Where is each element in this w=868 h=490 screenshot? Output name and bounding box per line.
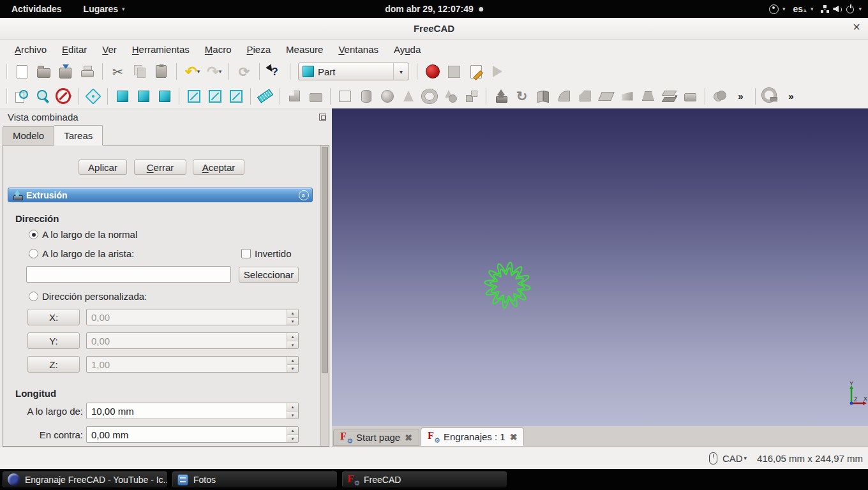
- ok-button[interactable]: Aceptar: [193, 160, 244, 175]
- toolbar-overflow-measure-button[interactable]: »: [781, 86, 801, 106]
- document-tab[interactable]: F⚙Start page✖: [333, 429, 419, 446]
- along-spin-down-button[interactable]: ▾: [287, 412, 298, 419]
- z-axis-button[interactable]: Z:: [27, 356, 80, 373]
- against-spin-up-button[interactable]: ▴: [287, 427, 298, 435]
- menu-ver[interactable]: Ver: [95, 41, 124, 57]
- workbench-selector[interactable]: Part ▾: [298, 63, 409, 80]
- part-sphere-button[interactable]: [377, 86, 397, 106]
- y-axis-button[interactable]: Y:: [27, 332, 80, 349]
- zoom-box-button[interactable]: [33, 86, 52, 106]
- custom-direction-radio[interactable]: [29, 292, 38, 301]
- menu-archivo[interactable]: Archivo: [8, 41, 54, 57]
- run-macro-button[interactable]: [488, 62, 507, 82]
- record-macro-button[interactable]: [423, 62, 442, 82]
- y-spinbox[interactable]: ▴▾: [86, 332, 299, 349]
- collapse-section-icon[interactable]: «: [299, 190, 309, 200]
- y-spin-up-button[interactable]: ▴: [287, 333, 298, 341]
- part-offset-button[interactable]: ▾: [659, 86, 679, 106]
- copy-button[interactable]: [130, 62, 149, 82]
- edge-input[interactable]: [26, 266, 231, 283]
- scrollbar-thumb[interactable]: [322, 147, 328, 373]
- along-normal-radio[interactable]: [29, 230, 38, 239]
- menu-pieza[interactable]: Pieza: [240, 41, 278, 57]
- menu-macro[interactable]: Macro: [198, 41, 239, 57]
- along-length-input[interactable]: [87, 403, 287, 419]
- view-rear-button[interactable]: [184, 86, 204, 106]
- x-axis-button[interactable]: X:: [27, 309, 80, 325]
- view-bottom-button[interactable]: [205, 86, 225, 106]
- x-spin-up-button[interactable]: ▴: [287, 309, 298, 318]
- close-button[interactable]: Cerrar: [134, 160, 186, 175]
- toolbar-grip[interactable]: [6, 64, 8, 79]
- group-button[interactable]: [306, 86, 326, 106]
- keyboard-layout-menu[interactable]: es₁▾: [793, 4, 814, 14]
- menu-editar[interactable]: Editar: [55, 41, 94, 57]
- along-spin-up-button[interactable]: ▴: [287, 403, 298, 412]
- whats-this-button[interactable]: ?: [265, 62, 285, 82]
- activities-button[interactable]: Actividades: [11, 4, 62, 14]
- extrusion-section-header[interactable]: Extrusión «: [8, 188, 313, 202]
- part-thickness-button[interactable]: [680, 86, 700, 106]
- view-top-button[interactable]: [133, 86, 153, 106]
- view-front-button[interactable]: [112, 86, 132, 106]
- shape-builder-button[interactable]: [461, 86, 481, 106]
- menu-measure[interactable]: Measure: [279, 41, 330, 57]
- fit-all-button[interactable]: [11, 86, 31, 106]
- view-left-button[interactable]: [226, 86, 246, 106]
- cut-button[interactable]: ✂: [108, 62, 128, 82]
- taskbar-window-photos[interactable]: Fotos: [172, 471, 338, 488]
- toolbar-overflow-part-button[interactable]: »: [731, 86, 751, 106]
- places-menu[interactable]: Lugares▾: [84, 4, 125, 14]
- part-torus-button[interactable]: [419, 86, 439, 106]
- redo-button[interactable]: ↷▾: [204, 62, 223, 82]
- part-revolve-button[interactable]: ↻: [512, 86, 532, 106]
- part-document-button[interactable]: [285, 86, 304, 106]
- inverted-checkbox[interactable]: [241, 249, 251, 258]
- close-tab-icon[interactable]: ✖: [510, 432, 518, 442]
- measure-linear-button[interactable]: [255, 86, 275, 106]
- part-fillet-button[interactable]: [554, 86, 574, 106]
- part-extrude-button[interactable]: [491, 86, 511, 106]
- z-spin-down-button[interactable]: ▾: [287, 365, 298, 373]
- open-file-button[interactable]: [34, 62, 54, 82]
- apply-button[interactable]: Aplicar: [79, 160, 127, 175]
- part-chamfer-button[interactable]: [575, 86, 595, 106]
- tab-tareas[interactable]: Tareas: [54, 125, 103, 145]
- new-file-button[interactable]: [12, 62, 32, 82]
- print-button[interactable]: [77, 62, 97, 82]
- stop-macro-button[interactable]: [444, 62, 464, 82]
- part-boolean-button[interactable]: [710, 86, 730, 106]
- part-cone-button[interactable]: [398, 86, 418, 106]
- taskbar-window-browser[interactable]: Engranaje FreeCAD - YouTube - Ic...: [2, 471, 168, 488]
- against-spin-down-button[interactable]: ▾: [287, 435, 298, 443]
- undo-button[interactable]: ↶▾: [182, 62, 202, 82]
- menu-ayuda[interactable]: Ayuda: [387, 41, 428, 57]
- x-spin-down-button[interactable]: ▾: [287, 318, 298, 325]
- select-edge-button[interactable]: Seleccionar: [239, 267, 299, 283]
- gear-sketch[interactable]: [479, 256, 536, 314]
- z-spin-up-button[interactable]: ▴: [287, 357, 298, 365]
- x-spinbox[interactable]: ▴▾: [86, 309, 299, 325]
- toolbar-grip[interactable]: [6, 89, 8, 104]
- along-length-spinbox[interactable]: ▴▾: [86, 403, 299, 419]
- part-cylinder-button[interactable]: [356, 86, 376, 106]
- 3d-viewport[interactable]: Y X Z: [332, 108, 868, 426]
- x-value-input[interactable]: [87, 309, 287, 325]
- accessibility-menu[interactable]: ▾: [769, 4, 786, 14]
- task-scrollbar[interactable]: [320, 145, 329, 446]
- against-length-input[interactable]: [87, 427, 287, 442]
- view-right-button[interactable]: [154, 86, 174, 106]
- paste-button[interactable]: [151, 62, 171, 82]
- y-spin-down-button[interactable]: ▾: [287, 341, 298, 349]
- part-primitives-button[interactable]: [440, 86, 460, 106]
- z-value-input[interactable]: [87, 357, 287, 372]
- taskbar-window-freecad[interactable]: F⚙FreeCAD: [341, 471, 507, 488]
- part-mirror-button[interactable]: [533, 86, 553, 106]
- edit-macros-button[interactable]: [466, 62, 486, 82]
- save-file-button[interactable]: [56, 62, 75, 82]
- y-value-input[interactable]: [87, 333, 287, 348]
- window-close-button[interactable]: ×: [853, 20, 860, 34]
- z-spinbox[interactable]: ▴▾: [86, 356, 299, 373]
- along-edge-radio[interactable]: [29, 249, 38, 258]
- against-length-spinbox[interactable]: ▴▾: [86, 426, 299, 443]
